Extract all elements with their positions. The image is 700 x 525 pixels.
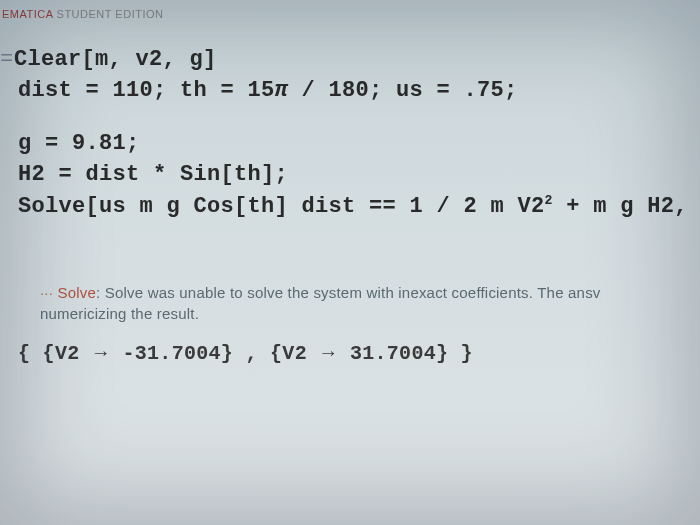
code-text: + m g H2, (553, 194, 700, 219)
code-text: Solve[us m g Cos[th] dist == 1 / 2 m V2 (18, 194, 545, 219)
code-text: H2 = dist * Sin[th]; (18, 162, 288, 187)
code-line-1[interactable]: =Clear[m, v2, g] (0, 44, 700, 75)
edition-label: STUDENT EDITION (57, 8, 164, 20)
code-line-5[interactable]: Solve[us m g Cos[th] dist == 1 / 2 m V22… (0, 190, 700, 222)
message-text: Solve was unable to solve the system wit… (105, 284, 601, 301)
output-text: -31.7004} , {V2 (110, 342, 319, 365)
input-prompt: = (0, 47, 14, 72)
code-line-3[interactable]: g = 9.81; (0, 128, 700, 159)
code-text: g = 9.81; (18, 131, 140, 156)
code-line-4[interactable]: H2 = dist * Sin[th]; (0, 159, 700, 190)
cell-gap (0, 222, 700, 282)
output-text: 31.7004} } (338, 342, 473, 365)
input-cell[interactable]: =Clear[m, v2, g] dist = 110; th = 15π / … (0, 26, 700, 222)
output-text: { {V2 (18, 342, 92, 365)
exponent: 2 (545, 193, 553, 208)
warning-line-2: numericizing the result. (0, 303, 700, 324)
warning-line-1: ··· Solve: Solve was unable to solve the… (0, 282, 700, 303)
mathematica-notebook-screen: EMATICA STUDENT EDITION =Clear[m, v2, g]… (0, 0, 700, 525)
blank-line (0, 106, 700, 128)
code-line-2[interactable]: dist = 110; th = 15π / 180; us = .75; (0, 75, 700, 106)
message-function: Solve (57, 284, 96, 301)
output-cell: { {V2 → -31.7004} , {V2 → 31.7004} } (0, 324, 700, 365)
brand-label: EMATICA (2, 8, 53, 20)
window-titlebar: EMATICA STUDENT EDITION (0, 8, 700, 26)
message-cell: ··· Solve: Solve was unable to solve the… (0, 282, 700, 324)
rule-arrow-icon: → (319, 342, 337, 365)
pi-symbol: π (275, 78, 289, 103)
message-sep: : (96, 284, 105, 301)
code-text: Clear[m, v2, g] (14, 47, 217, 72)
code-text: / 180; us = .75; (288, 78, 518, 103)
message-dots-icon: ··· (40, 284, 53, 301)
message-text: numericizing the result. (40, 305, 199, 322)
rule-arrow-icon: → (92, 342, 110, 365)
code-text: dist = 110; th = 15 (18, 78, 275, 103)
